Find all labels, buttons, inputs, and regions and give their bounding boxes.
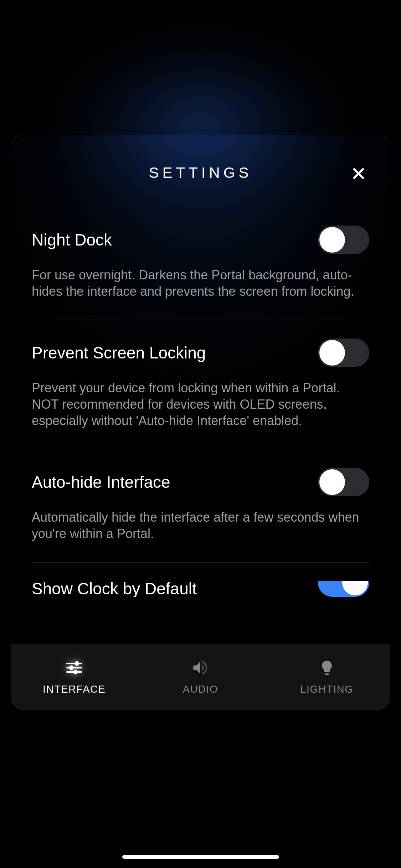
svg-point-3: [76, 662, 79, 665]
panel-header: SETTINGS: [11, 135, 390, 207]
setting-item-night-dock: Night Dock For use overnight. Darkens th…: [32, 207, 369, 320]
setting-item-auto-hide-interface: Auto-hide Interface Automatically hide t…: [32, 449, 369, 562]
toggle-night-dock[interactable]: [318, 226, 369, 254]
lightbulb-icon: [318, 658, 336, 677]
tab-interface[interactable]: INTERFACE: [11, 658, 137, 695]
tab-lighting[interactable]: LIGHTING: [264, 658, 390, 695]
setting-item-prevent-screen-locking: Prevent Screen Locking Prevent your devi…: [32, 320, 369, 449]
svg-point-7: [74, 670, 77, 673]
tab-label: AUDIO: [183, 683, 218, 695]
panel-title: SETTINGS: [149, 164, 252, 181]
speaker-icon: [191, 658, 210, 677]
setting-item-show-clock-by-default: Show Clock by Default: [32, 563, 369, 617]
home-indicator[interactable]: [122, 855, 279, 859]
setting-title: Show Clock by Default: [32, 581, 197, 597]
toggle-show-clock-by-default[interactable]: [318, 581, 369, 597]
settings-panel: SETTINGS Night Dock For use overnight. D…: [11, 135, 390, 710]
bottom-tabs: INTERFACE AUDIO LIGHTING: [11, 644, 390, 709]
svg-point-5: [70, 666, 73, 669]
toggle-auto-hide-interface[interactable]: [318, 468, 369, 496]
close-icon: [351, 166, 366, 181]
sliders-icon: [65, 658, 83, 677]
tab-audio[interactable]: AUDIO: [137, 658, 263, 695]
setting-title: Prevent Screen Locking: [32, 343, 206, 362]
settings-list: Night Dock For use overnight. Darkens th…: [11, 207, 390, 645]
setting-description: For use overnight. Darkens the Portal ba…: [32, 267, 360, 300]
setting-description: Prevent your device from locking when wi…: [32, 380, 360, 429]
toggle-prevent-screen-locking[interactable]: [318, 339, 369, 367]
tab-label: INTERFACE: [43, 683, 106, 695]
setting-title: Auto-hide Interface: [32, 472, 170, 492]
setting-title: Night Dock: [32, 230, 112, 249]
setting-description: Automatically hide the interface after a…: [32, 509, 360, 542]
tab-label: LIGHTING: [300, 683, 353, 695]
close-button[interactable]: [350, 165, 367, 182]
